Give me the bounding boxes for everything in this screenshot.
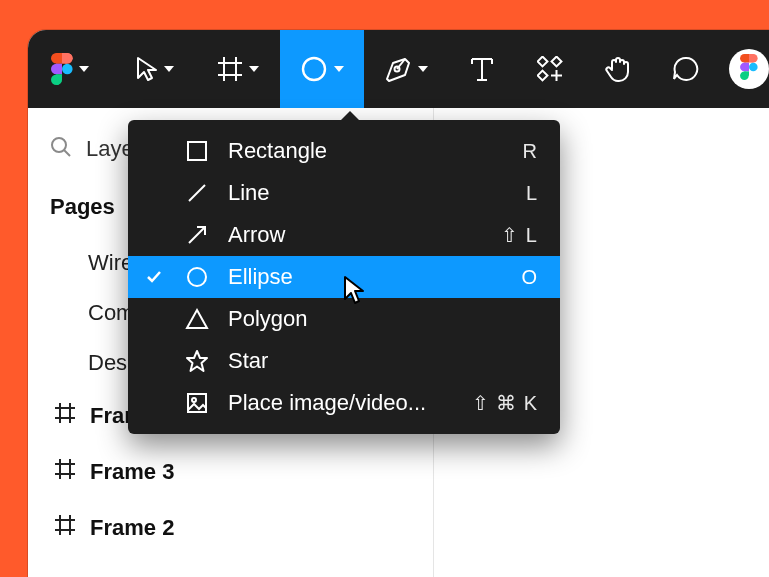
svg-rect-51 xyxy=(188,142,206,160)
menu-shortcut: ⇧ ⌘ K xyxy=(472,391,538,415)
menu-item-rectangle[interactable]: Rectangle R xyxy=(128,130,560,172)
svg-line-53 xyxy=(189,227,205,243)
svg-rect-57 xyxy=(188,394,206,412)
menu-label: Line xyxy=(228,180,510,206)
resources-icon xyxy=(537,56,563,82)
chevron-down-icon xyxy=(79,66,89,72)
ellipse-icon xyxy=(300,55,328,83)
image-icon xyxy=(182,391,212,415)
svg-point-58 xyxy=(192,398,196,402)
comment-tool-button[interactable] xyxy=(652,30,720,108)
svg-rect-29 xyxy=(744,54,749,63)
resources-tool-button[interactable] xyxy=(516,30,584,108)
frame-icon xyxy=(54,402,76,430)
chevron-down-icon xyxy=(249,66,259,72)
svg-point-37 xyxy=(52,138,66,152)
svg-point-15 xyxy=(303,58,325,80)
top-toolbar xyxy=(28,30,769,108)
layer-label: Frame 2 xyxy=(90,515,174,541)
menu-shortcut: R xyxy=(523,140,538,163)
svg-rect-3 xyxy=(56,53,62,64)
svg-marker-56 xyxy=(187,351,207,371)
user-avatar[interactable] xyxy=(729,49,769,89)
layer-item[interactable]: Frame 2 xyxy=(28,500,433,556)
line-icon xyxy=(182,181,212,205)
svg-point-34 xyxy=(749,63,758,72)
ellipse-icon xyxy=(182,265,212,289)
shape-tool-button[interactable] xyxy=(280,30,364,108)
comment-icon xyxy=(672,55,700,83)
check-icon xyxy=(142,268,166,286)
menu-label: Place image/video... xyxy=(228,390,456,416)
svg-rect-5 xyxy=(62,53,67,64)
menu-item-ellipse[interactable]: Ellipse O xyxy=(128,256,560,298)
menu-label: Ellipse xyxy=(228,264,505,290)
figma-logo-icon xyxy=(740,54,758,84)
svg-rect-24 xyxy=(552,57,562,67)
svg-rect-25 xyxy=(538,71,548,81)
polygon-icon xyxy=(182,307,212,331)
hand-icon xyxy=(604,55,632,83)
menu-label: Rectangle xyxy=(228,138,507,164)
svg-rect-31 xyxy=(749,54,753,63)
text-icon xyxy=(470,56,494,82)
cursor-icon xyxy=(134,56,158,82)
frame-icon xyxy=(217,56,243,82)
menu-item-line[interactable]: Line L xyxy=(128,172,560,214)
search-icon xyxy=(50,136,72,162)
svg-rect-36 xyxy=(744,71,749,75)
svg-rect-23 xyxy=(538,57,548,67)
svg-point-8 xyxy=(62,64,73,75)
frame-icon xyxy=(54,458,76,486)
svg-point-54 xyxy=(188,268,206,286)
figma-menu-button[interactable] xyxy=(28,30,112,108)
svg-rect-33 xyxy=(744,63,749,72)
svg-rect-10 xyxy=(56,74,62,79)
svg-line-52 xyxy=(189,185,205,201)
arrow-icon xyxy=(182,223,212,247)
frame-icon xyxy=(54,514,76,542)
menu-item-star[interactable]: Star xyxy=(128,340,560,382)
menu-item-polygon[interactable]: Polygon xyxy=(128,298,560,340)
chevron-down-icon xyxy=(164,66,174,72)
chevron-down-icon xyxy=(334,66,344,72)
layer-item[interactable]: Frame 3 xyxy=(28,444,433,500)
shape-tool-dropdown: Rectangle R Line L Arrow ⇧ L Ellipse O P… xyxy=(128,120,560,434)
menu-item-place-image[interactable]: Place image/video... ⇧ ⌘ K xyxy=(128,382,560,424)
text-tool-button[interactable] xyxy=(448,30,516,108)
menu-label: Polygon xyxy=(228,306,522,332)
menu-shortcut: O xyxy=(521,266,538,289)
svg-line-38 xyxy=(64,150,70,156)
rectangle-icon xyxy=(182,139,212,163)
svg-marker-55 xyxy=(187,310,207,328)
hand-tool-button[interactable] xyxy=(584,30,652,108)
menu-shortcut: L xyxy=(526,182,538,205)
menu-label: Star xyxy=(228,348,522,374)
menu-shortcut: ⇧ L xyxy=(501,223,538,247)
figma-logo-icon xyxy=(51,53,73,85)
move-tool-button[interactable] xyxy=(112,30,196,108)
chevron-down-icon xyxy=(418,66,428,72)
pen-icon xyxy=(384,56,412,82)
svg-rect-7 xyxy=(56,64,62,75)
frame-tool-button[interactable] xyxy=(196,30,280,108)
star-icon xyxy=(182,349,212,373)
pen-tool-button[interactable] xyxy=(364,30,448,108)
layer-label: Frame 3 xyxy=(90,459,174,485)
menu-item-arrow[interactable]: Arrow ⇧ L xyxy=(128,214,560,256)
menu-label: Arrow xyxy=(228,222,485,248)
